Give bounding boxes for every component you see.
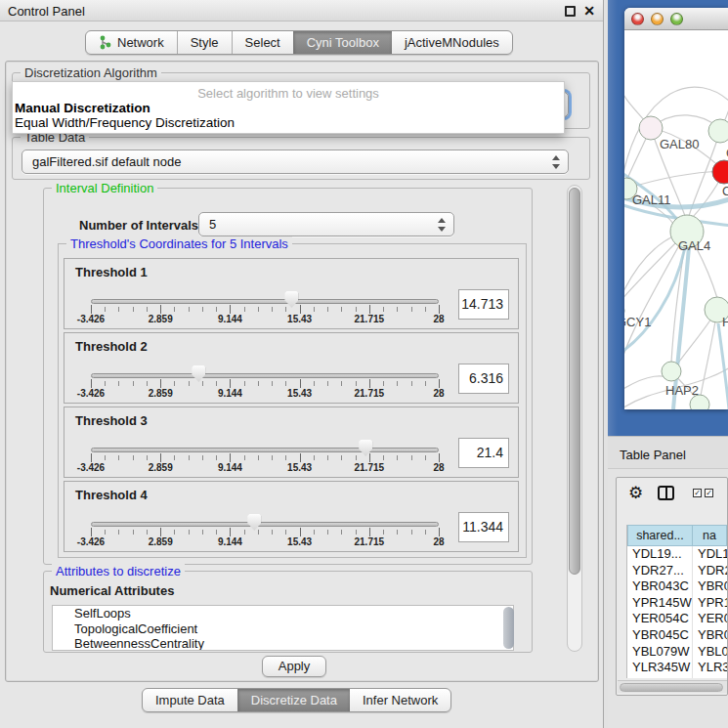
apply-button[interactable]: Apply [262,656,326,677]
close-panel-icon[interactable]: ✕ [583,3,595,19]
column-header-name[interactable]: na [693,525,727,546]
split-columns-icon[interactable] [658,486,674,500]
number-of-intervals-label: Number of Intervals [79,218,198,233]
zoom-traffic-light[interactable] [670,13,683,25]
number-of-intervals-combo[interactable]: 5 [198,212,454,236]
tab-impute-data[interactable]: Impute Data [143,689,237,711]
close-traffic-light[interactable] [631,13,644,25]
table-cell-shared-name[interactable]: YBR043C [627,578,693,595]
slider-major-tick [369,528,370,536]
numerical-attributes-list[interactable]: SelfLoopsTopologicalCoefficientBetweenne… [52,605,514,651]
slider-track[interactable] [91,522,439,527]
combo-stepper-icon [552,155,561,169]
gear-icon[interactable]: ⚙ [628,483,643,503]
table-row[interactable]: YLR345WYLR3 [627,660,727,676]
slider-tick-label: 28 [433,388,444,399]
algorithm-option-equal-width[interactable]: Equal Width/Frequency Discretization [13,115,564,130]
table-cell-shared-name[interactable]: YDR27... [627,563,693,579]
table-cell-name[interactable]: YBL0 [693,644,727,661]
attribute-list-item[interactable]: SelfLoops [53,606,513,621]
column-header-shared-name[interactable]: shared... [627,525,693,546]
table-data-combo[interactable]: galFiltered.sif default node [21,150,569,174]
tab-jactivemnodules[interactable]: jActiveMNodules [392,31,512,54]
table-row[interactable]: YER054CYER0 [627,611,727,627]
table-cell-name[interactable]: YBR0 [693,627,727,644]
slider-major-tick [160,379,161,388]
tab-select[interactable]: Select [232,31,293,54]
algorithm-option-manual[interactable]: Manual Discretization [13,101,564,115]
table-panel: ⚙ ✓ ✓ shared... na YDL19...YDL1YDR27...Y… [616,477,728,696]
attribute-list-item[interactable]: TopologicalCoefficient [53,621,513,637]
slider-track[interactable] [91,448,439,452]
table-row[interactable]: YBR043CYBR0 [627,578,727,595]
network-node[interactable] [712,160,728,184]
table-row[interactable]: YBR045CYBR0 [627,627,727,644]
network-canvas[interactable]: GAL80GAGAL11CGAL4GCY1HHAP2 [624,30,728,409]
slider-major-tick [91,379,92,388]
threshold-value-field[interactable]: 21.4 [458,438,509,468]
slider-major-tick [230,379,231,388]
table-cell-name[interactable]: YBR0 [693,578,727,595]
attribute-list-item[interactable]: BetweennessCentrality [53,636,513,651]
table-row[interactable]: YBL079WYBL0 [627,644,727,661]
right-section: GAL80GAGAL11CGAL4GCY1HHAP2 Table Panel ⚙… [608,0,728,728]
table-cell-shared-name[interactable]: YPR145W [627,595,693,612]
table-cell-shared-name[interactable]: YIL052C [627,676,693,678]
network-node[interactable] [662,362,681,381]
table-cell-shared-name[interactable]: YER054C [627,611,693,627]
tab-style[interactable]: Style [177,31,232,54]
threshold-panel: Threshold 1-3.4262.8599.14415.4321.71528… [64,258,519,329]
table-horizontal-scrollbar-thumb[interactable] [620,683,723,692]
combo-stepper-icon [438,218,447,232]
slider-tick-label: 2.859 [149,536,173,547]
slider-thumb[interactable] [192,365,205,382]
table-row[interactable]: YDL19...YDL1 [627,546,727,563]
slider-track[interactable] [91,299,439,304]
table-cell-shared-name[interactable]: YBL079W [627,644,693,661]
tab-network[interactable]: Network [86,31,177,54]
tab-infer-network[interactable]: Infer Network [350,689,450,711]
attributes-list-scrollbar[interactable] [503,607,514,649]
threshold-value-field[interactable]: 11.344 [458,512,509,542]
minimize-traffic-light[interactable] [651,13,664,25]
attributes-title: Attributes to discretize [52,564,185,578]
table-cell-shared-name[interactable]: YDL19... [627,546,693,563]
table-panel-toolbar: ⚙ ✓ ✓ [617,478,727,511]
settings-scrollbar-thumb[interactable] [569,188,580,575]
slider-minor-ticks [91,381,440,386]
slider-thumb[interactable] [247,514,261,531]
slider-thumb[interactable] [284,291,298,308]
slider-tick-label: -3.426 [77,388,105,399]
settings-scrollbar[interactable] [567,185,582,652]
slider-track[interactable] [91,373,439,378]
slider-thumb[interactable] [359,440,372,456]
float-window-icon[interactable] [565,6,576,17]
table-horizontal-scrollbar[interactable] [618,680,727,693]
thresholds-group: Threshold's Coordinates for 5 Intervals … [58,243,527,558]
table-cell-shared-name[interactable]: YBR045C [627,627,693,644]
network-view-frame: GAL80GAGAL11CGAL4GCY1HHAP2 [608,0,728,436]
table-cell-shared-name[interactable]: YLR345W [627,660,693,676]
threshold-value-field[interactable]: 6.316 [458,364,509,394]
tab-cyni-toolbox[interactable]: Cyni Toolbox [293,31,392,54]
network-node[interactable] [708,119,728,143]
node-table: shared... na YDL19...YDL1YDR27...YDR2YBR… [626,525,727,678]
tab-discretize-data[interactable]: Discretize Data [237,689,350,711]
table-cell-name[interactable]: YPR1 [693,595,727,612]
table-cell-name[interactable]: YER0 [693,611,727,627]
table-row[interactable]: YPR145WYPR1 [627,595,727,612]
interval-definition-group: Interval Definition Number of Intervals … [43,188,533,565]
slider-tick-label: 15.43 [287,314,312,324]
threshold-value-field[interactable]: 14.713 [458,289,509,320]
table-cell-name[interactable]: YIL0 [693,676,727,678]
slider-tick-label: 21.715 [355,462,385,473]
slider-major-tick [369,305,370,314]
select-all-columns-icon[interactable]: ✓ [693,489,702,497]
table-cell-name[interactable]: YDR2 [693,563,727,579]
table-cell-name[interactable]: YDL1 [693,546,727,563]
table-cell-name[interactable]: YLR3 [693,660,727,676]
slider-major-tick [160,453,161,462]
table-row[interactable]: YDR27...YDR2 [627,563,727,579]
table-row[interactable]: YIL052CYIL0 [627,676,727,678]
select-none-columns-icon[interactable]: ✓ [705,489,713,497]
